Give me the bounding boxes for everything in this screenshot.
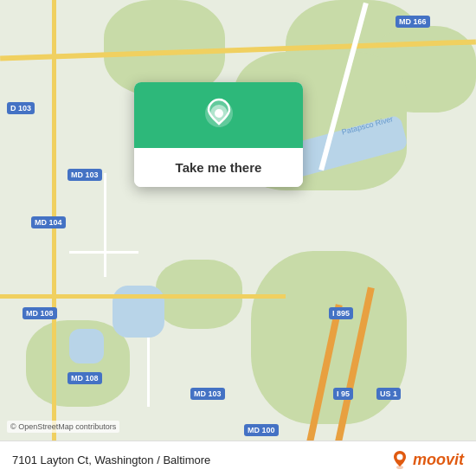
- popup-card: Take me there: [134, 82, 303, 187]
- moovit-pin-icon: [390, 450, 409, 469]
- road-small: [69, 251, 138, 254]
- bottom-bar: 7101 Layton Ct, Washington / Baltimore m…: [0, 441, 476, 476]
- copyright-text: © OpenStreetMap contributors: [7, 421, 119, 433]
- road-badge-md104: MD 104: [31, 216, 66, 228]
- moovit-name: moovit: [413, 451, 464, 469]
- location-pin-icon: [200, 98, 238, 136]
- green-area: [104, 0, 225, 95]
- road-badge-md166: MD 166: [396, 16, 430, 28]
- svg-point-2: [215, 109, 223, 118]
- road-badge-md103: MD 103: [68, 169, 102, 181]
- road-103: [0, 294, 286, 299]
- address-label: 7101 Layton Ct, Washington / Baltimore: [12, 453, 210, 466]
- road-badge-md108-2: MD 108: [68, 372, 102, 384]
- road-badge-d103: D 103: [7, 102, 35, 114]
- popup-header: [134, 82, 303, 148]
- road-left: [52, 0, 56, 476]
- road-small: [147, 338, 150, 407]
- pond: [69, 329, 104, 363]
- road-badge-md108-1: MD 108: [23, 307, 57, 319]
- road-badge-md103-2: MD 103: [190, 388, 225, 400]
- svg-point-4: [396, 454, 402, 460]
- road-badge-us1: US 1: [376, 388, 401, 400]
- take-me-there-button[interactable]: Take me there: [134, 148, 303, 187]
- map-container: MD 166 D 103 MD 103 MD 104 MD 108 MD 108…: [0, 0, 476, 476]
- road-badge-md100: MD 100: [244, 424, 279, 436]
- pond: [113, 286, 164, 338]
- moovit-logo: moovit: [390, 450, 464, 469]
- road-badge-i95: I 95: [333, 388, 353, 400]
- road-small: [104, 173, 106, 277]
- road-badge-i895: I 895: [329, 307, 353, 319]
